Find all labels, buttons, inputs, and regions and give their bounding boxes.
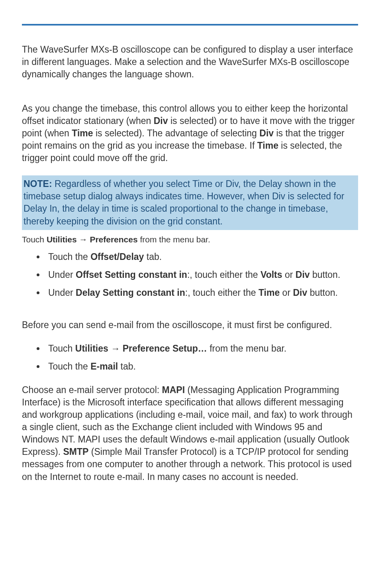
volts-button: Volts xyxy=(261,269,282,280)
note-text: Regardless of whether you select Time or… xyxy=(24,179,344,226)
note-label: NOTE: xyxy=(24,179,52,189)
mapi-label: MAPI xyxy=(162,385,185,395)
list-item: Touch the E-mail tab. xyxy=(45,360,358,373)
div-label: Div xyxy=(154,116,168,126)
time-label: Time xyxy=(257,140,278,151)
menu-path: Touch Utilities → Preferences from the m… xyxy=(22,234,358,245)
intro-paragraph: The WaveSurfer MXs-B oscilloscope can be… xyxy=(22,43,358,81)
text: from the menu bar. xyxy=(138,235,210,244)
timebase-paragraph: As you change the timebase, this control… xyxy=(22,102,358,164)
utilities-menu: Utilities xyxy=(47,235,77,244)
text: or xyxy=(280,287,293,298)
text: Under xyxy=(48,287,76,298)
list-item: Touch the Offset/Delay tab. xyxy=(45,251,358,263)
header-rule xyxy=(22,24,358,26)
text: tab. xyxy=(144,252,162,262)
text: tab. xyxy=(118,361,136,372)
utilities-menu: Utilities xyxy=(75,343,108,354)
smtp-label: SMTP xyxy=(63,446,89,457)
email-protocol-paragraph: Choose an e-mail server protocol: MAPI (… xyxy=(22,384,358,483)
email-intro-paragraph: Before you can send e-mail from the osci… xyxy=(22,319,358,331)
time-button: Time xyxy=(259,287,280,298)
arrow-icon: → xyxy=(108,343,123,354)
text: Choose an e-mail server protocol: xyxy=(22,385,162,395)
list-item: Touch Utilities → Preference Setup… from… xyxy=(45,342,358,355)
steps-list-1: Touch the Offset/Delay tab. Under Offset… xyxy=(22,251,358,299)
offset-setting-label: Offset Setting constant in xyxy=(76,269,187,280)
text: Touch xyxy=(22,235,47,244)
arrow-icon: → xyxy=(77,235,90,244)
list-item: Under Delay Setting constant in:, touch … xyxy=(45,287,358,299)
time-label: Time xyxy=(72,128,93,138)
text: Touch the xyxy=(48,252,90,262)
text: button. xyxy=(307,287,338,298)
offset-delay-tab: Offset/Delay xyxy=(90,252,144,262)
text: :, touch either the xyxy=(187,269,261,280)
text: Touch xyxy=(48,343,75,354)
text: is selected). The advantage of selecting xyxy=(93,128,260,138)
delay-setting-label: Delay Setting constant in xyxy=(76,287,185,298)
text: Touch the xyxy=(48,361,90,372)
steps-list-2: Touch Utilities → Preference Setup… from… xyxy=(22,342,358,373)
email-tab: E-mail xyxy=(90,361,118,372)
preference-setup-menu: Preference Setup… xyxy=(123,343,207,354)
text: button. xyxy=(310,269,341,280)
text: :, touch either the xyxy=(185,287,259,298)
text: Under xyxy=(48,269,76,280)
list-item: Under Offset Setting constant in:, touch… xyxy=(45,269,358,281)
text: or xyxy=(282,269,296,280)
div-button: Div xyxy=(293,287,307,298)
div-button: Div xyxy=(296,269,310,280)
preferences-menu: Preferences xyxy=(90,235,137,244)
div-label: Div xyxy=(259,128,274,138)
text: from the menu bar. xyxy=(207,343,286,354)
note-box: NOTE: Regardless of whether you select T… xyxy=(22,175,358,230)
